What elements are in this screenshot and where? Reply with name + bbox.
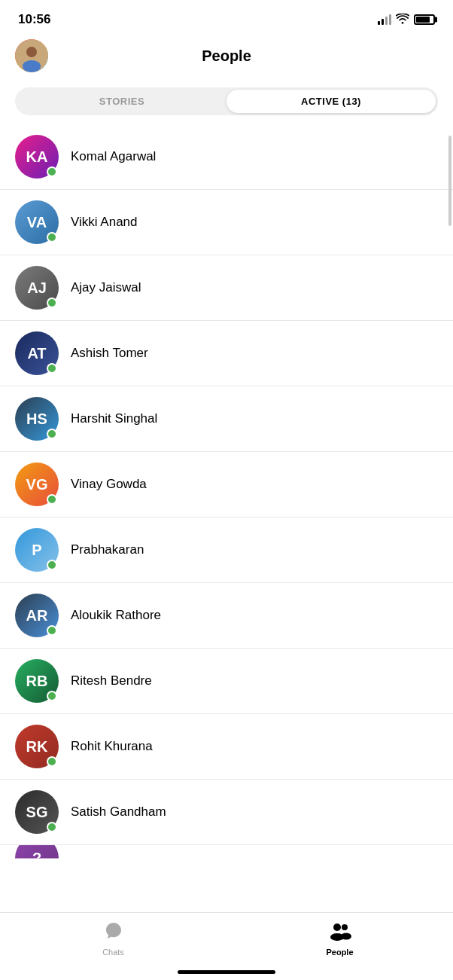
svg-point-3 <box>333 924 341 931</box>
person-name: Satish Gandham <box>71 804 166 820</box>
list-item[interactable]: RK Rohit Khurana <box>0 714 453 780</box>
people-icon <box>328 920 352 945</box>
status-icons <box>378 14 435 26</box>
status-bar: 10:56 <box>0 0 453 33</box>
person-name: Aloukik Rathore <box>71 608 161 623</box>
list-item[interactable]: HS Harshit Singhal <box>0 386 453 452</box>
tab-stories[interactable]: STORIES <box>17 90 226 113</box>
online-indicator <box>47 494 57 505</box>
avatar-wrap: AT <box>15 331 59 375</box>
avatar-wrap: AJ <box>15 266 59 310</box>
online-indicator <box>47 298 57 308</box>
person-name: Harshit Singhal <box>71 411 157 426</box>
tabs-container: STORIES ACTIVE (13) <box>15 87 438 115</box>
tab-active[interactable]: ACTIVE (13) <box>226 90 436 113</box>
list-item[interactable]: SG Satish Gandham <box>0 780 453 845</box>
list-item[interactable]: P Prabhakaran <box>0 517 453 583</box>
online-indicator <box>47 232 57 243</box>
avatar-wrap: AR <box>15 594 59 637</box>
online-indicator <box>47 822 57 832</box>
avatar-wrap: SG <box>15 790 59 834</box>
svg-point-2 <box>23 60 41 72</box>
avatar-wrap: RB <box>15 659 59 703</box>
online-indicator <box>47 560 57 570</box>
list-item[interactable]: AT Ashish Tomer <box>0 321 453 386</box>
avatar-wrap: RK <box>15 725 59 768</box>
avatar-wrap: KA <box>15 135 59 179</box>
list-item[interactable]: RB Ritesh Bendre <box>0 649 453 714</box>
person-name: Ritesh Bendre <box>71 673 152 688</box>
person-name: Rohit Khurana <box>71 739 153 754</box>
person-name: Prabhakaran <box>71 542 144 557</box>
page-title: People <box>202 47 251 65</box>
svg-point-6 <box>341 933 351 940</box>
avatar-wrap: ? <box>15 845 59 872</box>
list-item[interactable]: VG Vinay Gowda <box>0 452 453 517</box>
avatar-wrap: VG <box>15 463 59 506</box>
avatar: ? <box>15 845 59 872</box>
nav-item-people[interactable]: People <box>226 920 453 957</box>
avatar-wrap: P <box>15 528 59 572</box>
avatar-wrap: HS <box>15 397 59 441</box>
header: People <box>0 33 453 81</box>
person-name: Komal Agarwal <box>71 149 156 164</box>
online-indicator <box>47 691 57 701</box>
wifi-icon <box>396 14 409 26</box>
online-indicator <box>47 625 57 636</box>
online-indicator <box>47 429 57 439</box>
status-time: 10:56 <box>18 12 50 27</box>
person-name: Ajay Jaiswal <box>71 280 141 295</box>
avatar-wrap: VA <box>15 200 59 244</box>
person-name: Vinay Gowda <box>71 477 147 492</box>
list-item[interactable]: VA Vikki Anand <box>0 190 453 255</box>
online-indicator <box>47 868 57 872</box>
list-item[interactable]: KA Komal Agarwal <box>0 124 453 190</box>
nav-item-chats[interactable]: Chats <box>0 920 226 957</box>
svg-point-5 <box>342 924 348 930</box>
battery-icon <box>414 14 435 25</box>
person-name: Vikki Anand <box>71 215 138 230</box>
nav-people-label: People <box>326 948 353 957</box>
list-item[interactable]: AR Aloukik Rathore <box>0 583 453 649</box>
person-name: Ashish Tomer <box>71 346 148 361</box>
list-item[interactable]: AJ Ajay Jaiswal <box>0 255 453 321</box>
avatar[interactable] <box>15 39 48 72</box>
people-list: KA Komal Agarwal VA Vikki Anand AJ Ajay … <box>0 124 453 908</box>
home-indicator <box>178 970 275 974</box>
online-indicator <box>47 166 57 177</box>
chats-icon <box>103 920 124 945</box>
scroll-indicator <box>448 136 451 226</box>
nav-chats-label: Chats <box>102 948 124 957</box>
online-indicator <box>47 363 57 374</box>
online-indicator <box>47 756 57 767</box>
list-item-partial[interactable]: ? <box>0 845 453 872</box>
svg-point-1 <box>26 47 37 57</box>
signal-bars-icon <box>378 14 391 25</box>
